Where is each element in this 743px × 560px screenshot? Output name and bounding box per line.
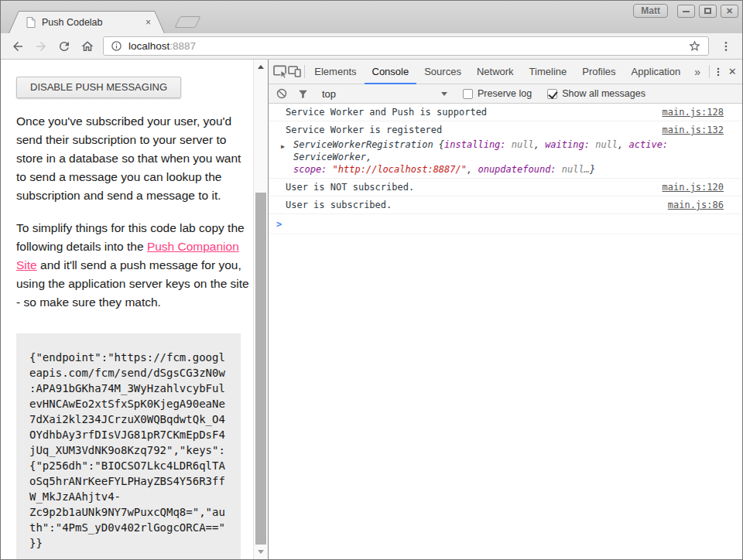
bookmark-star-icon[interactable] <box>688 39 701 53</box>
window-maximize-button[interactable] <box>699 5 717 18</box>
maximize-icon <box>704 8 711 14</box>
expand-triangle-icon[interactable]: ▶ <box>281 141 285 153</box>
scrollbar-up-arrow-icon[interactable] <box>258 65 264 69</box>
tab-elements[interactable]: Elements <box>306 60 364 84</box>
minimize-icon <box>683 11 690 12</box>
device-toolbar-button[interactable] <box>288 60 302 84</box>
preserve-log-checkbox-group[interactable]: Preserve log <box>463 88 532 99</box>
subscription-json-code: {"endpoint":"https://fcm.googl eapis.com… <box>16 333 241 559</box>
console-prompt[interactable]: > <box>269 214 742 234</box>
inspect-cursor-icon <box>273 65 288 78</box>
scrollbar-thumb[interactable] <box>255 193 266 545</box>
preserve-log-label: Preserve log <box>478 88 532 99</box>
paragraph-companion-after: and it'll send a push message for you, u… <box>16 258 249 309</box>
profile-chip[interactable]: Matt <box>633 4 668 18</box>
reload-icon <box>57 39 71 53</box>
paragraph-subscription: Once you've subscribed your user, you'd … <box>16 112 251 205</box>
scrollbar-down-arrow-icon[interactable] <box>258 550 264 554</box>
tab-title: Push Codelab <box>42 17 139 28</box>
address-bar[interactable]: localhost:8887 <box>103 36 709 56</box>
console-messages: Service Worker and Push is supported mai… <box>269 104 742 559</box>
clear-console-button[interactable] <box>276 88 287 99</box>
tab-sources[interactable]: Sources <box>416 60 469 84</box>
object-preview: ServiceWorkerRegistration {installing: n… <box>293 139 668 175</box>
console-message-row: User is NOT subscribed. main.js:120 <box>269 179 742 196</box>
disable-push-button[interactable]: DISABLE PUSH MESSAGING <box>16 77 181 98</box>
context-label: top <box>322 88 336 100</box>
devtools-tabbar: Elements Console Sources Network Timelin… <box>269 60 742 84</box>
close-icon: ✕ <box>726 7 733 15</box>
console-message-text: User is subscribed. <box>286 200 659 211</box>
object-preview-row[interactable]: ▶ ServiceWorkerRegistration {installing:… <box>286 138 724 176</box>
url-host: localhost <box>128 40 169 52</box>
page-scrollbar[interactable] <box>253 60 268 559</box>
new-tab-button[interactable] <box>174 16 200 28</box>
forward-button[interactable] <box>30 36 51 56</box>
back-arrow-icon <box>11 39 25 53</box>
show-all-label: Show all messages <box>562 88 645 99</box>
kebab-menu-icon <box>713 67 724 77</box>
back-button[interactable] <box>7 36 28 56</box>
browser-tab[interactable]: Push Codelab × <box>9 11 165 33</box>
reload-button[interactable] <box>53 36 74 56</box>
home-button[interactable] <box>77 36 98 56</box>
browser-menu-button[interactable] <box>716 36 736 56</box>
execution-context-selector[interactable]: top <box>322 88 447 100</box>
paragraph-companion: To simplify things for this code lab cop… <box>16 219 251 312</box>
more-tabs-button[interactable]: » <box>688 60 707 84</box>
tab-application[interactable]: Application <box>624 60 689 84</box>
devtools-panel: Elements Console Sources Network Timelin… <box>268 60 742 559</box>
console-toolbar: top Preserve log Show all messages <box>269 84 742 104</box>
block-icon <box>276 88 287 99</box>
url-port: :8887 <box>169 40 196 52</box>
funnel-icon <box>298 89 308 99</box>
devtools-menu-button[interactable] <box>712 60 726 84</box>
console-message-text: Service Worker and Push is supported <box>286 107 653 118</box>
inspect-element-button[interactable] <box>273 60 288 84</box>
console-message-row: User is subscribed. main.js:86 <box>269 196 742 214</box>
show-all-checkbox-group[interactable]: Show all messages <box>547 88 645 99</box>
source-link[interactable]: main.js:86 <box>668 200 724 211</box>
source-link[interactable]: main.js:128 <box>663 107 724 118</box>
tab-close-icon[interactable]: × <box>146 17 151 28</box>
window-close-button[interactable]: ✕ <box>721 5 738 18</box>
source-link[interactable]: main.js:132 <box>663 125 724 136</box>
console-message-row: Service Worker and Push is supported mai… <box>269 104 742 121</box>
browser-window: Push Codelab × Matt ✕ localhost:8887 <box>0 0 743 560</box>
page-info-icon[interactable] <box>111 40 122 52</box>
console-message-row: Service Worker is registered main.js:132… <box>269 121 742 179</box>
tab-timeline[interactable]: Timeline <box>522 60 575 84</box>
home-icon <box>80 39 94 53</box>
browser-toolbar: localhost:8887 <box>1 33 742 60</box>
toolbar-separator <box>709 65 710 78</box>
tab-network[interactable]: Network <box>469 60 522 84</box>
page-favicon-icon <box>26 17 36 28</box>
device-toolbar-icon <box>288 66 301 77</box>
forward-arrow-icon <box>34 39 48 53</box>
prompt-chevron-icon: > <box>276 219 282 230</box>
console-message-text: User is NOT subscribed. <box>286 182 653 193</box>
tab-profiles[interactable]: Profiles <box>574 60 623 84</box>
kebab-menu-icon <box>720 40 732 53</box>
source-link[interactable]: main.js:120 <box>663 182 724 193</box>
preserve-log-checkbox[interactable] <box>463 89 473 99</box>
show-all-checkbox[interactable] <box>547 89 557 99</box>
toolbar-separator <box>304 65 305 78</box>
window-minimize-button[interactable] <box>677 5 695 18</box>
chevron-down-icon <box>441 92 447 96</box>
title-bar: Push Codelab × Matt ✕ <box>1 1 742 33</box>
tab-console[interactable]: Console <box>365 60 417 84</box>
console-message-text: Service Worker is registered <box>286 125 653 136</box>
page-pane: DISABLE PUSH MESSAGING Once you've subsc… <box>1 60 268 559</box>
filter-button[interactable] <box>298 89 308 99</box>
devtools-close-button[interactable]: ✕ <box>725 60 739 84</box>
